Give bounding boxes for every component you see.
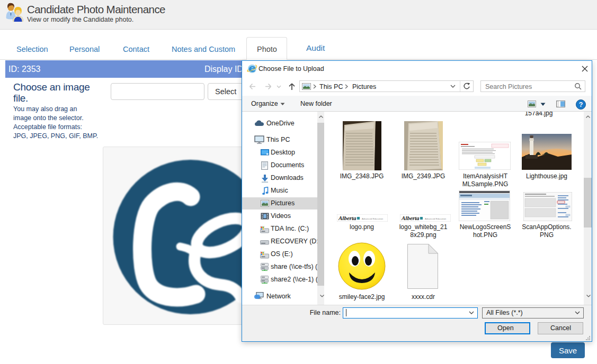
svg-text:Advanced Education: Advanced Education — [425, 217, 447, 220]
svg-text:Alberta: Alberta — [338, 215, 357, 221]
svg-text:?: ? — [579, 101, 583, 108]
svg-text:Advanced Education: Advanced Education — [362, 217, 384, 220]
svg-text:Alberta: Alberta — [401, 215, 420, 221]
